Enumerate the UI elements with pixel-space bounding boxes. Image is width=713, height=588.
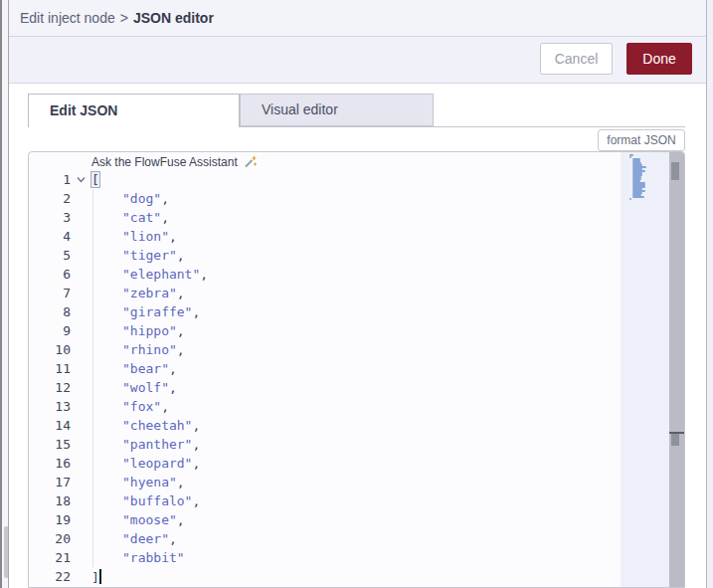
scrollbar-marker[interactable] (671, 434, 679, 446)
tray-left-border (8, 0, 9, 588)
line-number: 20 (29, 531, 71, 546)
editor-scrollbar-track[interactable] (669, 152, 684, 587)
line-number: 4 (29, 229, 71, 244)
code-line[interactable]: 3"cat", (29, 208, 621, 227)
breadcrumb-parent[interactable]: Edit inject node (20, 10, 115, 26)
code-text: "tiger", (91, 248, 185, 263)
line-number: 22 (29, 569, 71, 584)
line-number: 19 (29, 512, 71, 527)
code-text: "rhino", (91, 342, 185, 357)
line-number: 2 (29, 191, 71, 206)
line-number: 12 (29, 380, 71, 395)
code-text: [ (91, 172, 99, 187)
chevron-down-icon[interactable] (76, 174, 87, 185)
code-line[interactable]: 22] (29, 567, 621, 586)
code-line[interactable]: 11"bear", (29, 359, 621, 378)
code-line[interactable]: 20"deer", (29, 529, 621, 548)
code-text: "cheetah", (91, 418, 200, 433)
code-line[interactable]: 17"hyena", (29, 473, 621, 491)
code-line[interactable]: 14"cheetah", (29, 416, 621, 435)
line-number: 18 (29, 493, 71, 508)
code-text: "zebra", (91, 286, 185, 300)
line-number: 6 (29, 267, 71, 282)
code-line[interactable]: 6"elephant", (29, 265, 621, 284)
code-text: "cat", (91, 210, 169, 225)
code-line[interactable]: 1[ (29, 170, 621, 189)
cancel-button[interactable]: Cancel (540, 43, 613, 75)
magic-wand-icon (243, 155, 257, 169)
code-line[interactable]: 8"giraffe", (29, 302, 621, 321)
code-text: "buffalo", (91, 493, 200, 508)
line-number: 7 (29, 286, 71, 300)
code-line[interactable]: 12"wolf", (29, 378, 621, 397)
minimap-marks (629, 154, 649, 200)
code-text: "leopard", (91, 456, 200, 471)
tray-right-margin (707, 0, 713, 588)
code-text: "bear", (91, 361, 177, 376)
code-line[interactable]: 15"panther", (29, 435, 621, 454)
code-text: "rabbit" (91, 550, 185, 565)
breadcrumb-separator: > (120, 10, 128, 26)
code-text: "panther", (91, 437, 200, 452)
tab-visual-editor[interactable]: Visual editor (240, 94, 434, 126)
line-number: 11 (29, 361, 71, 376)
code-line[interactable]: 5"tiger", (29, 246, 621, 265)
code-text: "dog", (91, 191, 169, 206)
code-text: "giraffe", (91, 304, 200, 319)
code-line[interactable]: 13"fox", (29, 397, 621, 416)
line-number: 15 (29, 437, 71, 452)
line-number: 3 (29, 210, 71, 225)
tab-edit-json[interactable]: Edit JSON (28, 94, 240, 127)
code-text: "deer", (91, 531, 177, 546)
code-text: "moose", (91, 512, 185, 527)
code-text: "fox", (91, 399, 169, 414)
code-text: "lion", (91, 229, 177, 244)
minimap[interactable] (621, 152, 669, 587)
line-number: 8 (29, 304, 71, 319)
line-number: 5 (29, 248, 71, 263)
assistant-hint-label: Ask the FlowFuse Assistant (91, 155, 238, 169)
line-number: 16 (29, 456, 71, 471)
line-number: 14 (29, 418, 71, 433)
editor-scrollbar-thumb[interactable] (671, 162, 679, 180)
code-line[interactable]: 7"zebra", (29, 284, 621, 302)
breadcrumb-current: JSON editor (133, 10, 214, 26)
format-json-button[interactable]: format JSON (598, 129, 685, 151)
code-text: "wolf", (91, 380, 177, 395)
line-number: 1 (29, 172, 71, 187)
line-number: 10 (29, 342, 71, 357)
assistant-hint[interactable]: Ask the FlowFuse Assistant (91, 154, 257, 170)
code-line[interactable]: 10"rhino", (29, 340, 621, 359)
code-line[interactable]: 9"hippo", (29, 321, 621, 340)
line-number: 17 (29, 475, 71, 490)
json-code-editor[interactable]: Ask the FlowFuse Assistant 1[2"dog",3"ca… (28, 151, 685, 588)
code-line[interactable]: 16"leopard", (29, 454, 621, 473)
action-button-bar: Cancel Done (9, 37, 706, 84)
breadcrumb: Edit inject node > JSON editor (9, 0, 706, 37)
code-line[interactable]: 19"moose", (29, 510, 621, 529)
code-line[interactable]: 18"buffalo", (29, 491, 621, 510)
line-number: 21 (29, 550, 71, 565)
done-button[interactable]: Done (626, 43, 692, 75)
code-text: "hyena", (91, 475, 185, 490)
line-number: 13 (29, 399, 71, 414)
code-line[interactable]: 2"dog", (29, 189, 621, 208)
fold-gutter (71, 174, 91, 185)
code-lines: 1[2"dog",3"cat",4"lion",5"tiger",6"eleph… (29, 170, 621, 586)
code-text: "hippo", (91, 323, 185, 338)
code-text: "elephant", (91, 267, 208, 282)
code-line[interactable]: 4"lion", (29, 227, 621, 246)
code-text: ] (91, 569, 101, 585)
line-number: 9 (29, 323, 71, 338)
code-line[interactable]: 21"rabbit" (29, 548, 621, 567)
text-cursor (99, 569, 101, 584)
